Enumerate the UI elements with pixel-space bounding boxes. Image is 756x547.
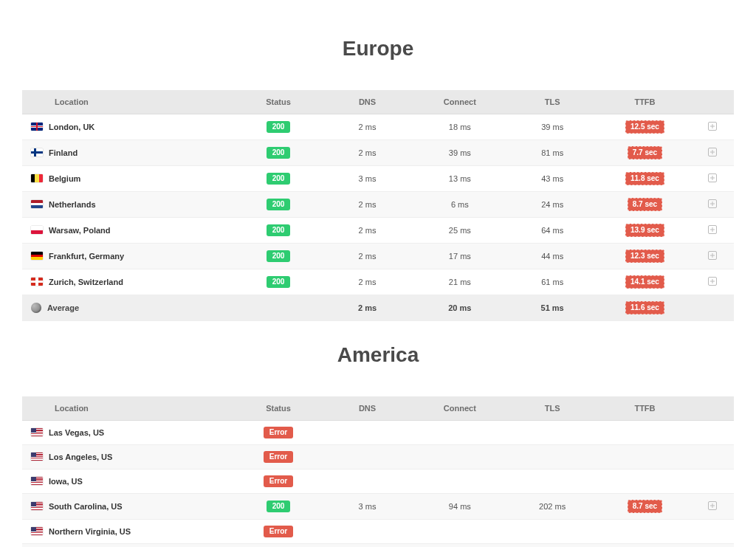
globe-icon [31, 303, 41, 313]
ttfb-cell: 8.7 sec [599, 192, 691, 218]
location-cell: London, UK [22, 114, 236, 140]
connect-cell: 6 ms [413, 192, 506, 218]
expand-icon[interactable] [708, 277, 717, 286]
expand-cell [691, 544, 734, 548]
dns-cell [321, 421, 413, 445]
table-row: Northern Virginia, USError [22, 520, 734, 544]
table-row: Belgium2003 ms13 ms43 ms11.8 sec [22, 166, 734, 192]
expand-icon[interactable] [708, 173, 717, 182]
status-cell: 200 [236, 544, 321, 548]
ttfb-cell [599, 520, 691, 544]
ttfb-cell [599, 421, 691, 445]
status-cell: Error [236, 421, 321, 445]
average-connect-cell: 20 ms [413, 295, 506, 321]
average-tls-cell: 51 ms [506, 295, 599, 321]
ttfb-badge: 12.3 sec [625, 250, 664, 263]
status-cell: 200 [236, 140, 321, 166]
expand-cell [691, 114, 734, 140]
location-label: Warsaw, Poland [49, 226, 111, 235]
ttfb-badge: 13.9 sec [625, 224, 664, 237]
ttfb-cell [599, 445, 691, 469]
connect-cell: 94 ms [413, 494, 506, 520]
table-row: Montreal, Canada2002 ms85 ms187 ms8.7 se… [22, 544, 734, 548]
expand-icon[interactable] [708, 225, 717, 234]
dns-cell: 2 ms [321, 269, 413, 295]
location-label: Netherlands [49, 200, 96, 209]
section-title: Europe [22, 37, 734, 61]
location-cell: Northern Virginia, US [22, 520, 236, 544]
col-header-expand [691, 90, 734, 114]
table-row: Las Vegas, USError [22, 421, 734, 445]
ttfb-cell: 11.8 sec [599, 166, 691, 192]
location-cell: Warsaw, Poland [22, 218, 236, 244]
col-header-tls: TLS [506, 396, 599, 421]
average-status-cell [236, 295, 321, 321]
location-label: Los Angeles, US [49, 453, 112, 461]
location-label: Las Vegas, US [49, 428, 104, 437]
pl-flag-icon [31, 226, 43, 234]
expand-cell [691, 140, 734, 166]
tls-cell: 187 ms [506, 544, 599, 548]
ttfb-badge: 7.7 sec [628, 146, 662, 159]
dns-cell: 3 ms [321, 494, 413, 520]
status-badge-error: Error [264, 526, 293, 537]
nl-flag-icon [31, 200, 43, 208]
col-header-ttfb: TTFB [599, 396, 691, 421]
expand-cell [691, 421, 734, 445]
expand-icon[interactable] [708, 501, 717, 510]
ttfb-cell: 7.7 sec [599, 140, 691, 166]
expand-cell [691, 494, 734, 520]
col-header-status: Status [236, 396, 321, 421]
dns-cell: 2 ms [321, 218, 413, 244]
average-dns-cell: 2 ms [321, 295, 413, 321]
dns-cell: 2 ms [321, 140, 413, 166]
expand-icon[interactable] [708, 148, 717, 156]
expand-cell [691, 445, 734, 469]
status-cell: Error [236, 445, 321, 469]
us-flag-icon [31, 502, 43, 510]
expand-icon[interactable] [708, 199, 717, 208]
expand-cell [691, 244, 734, 269]
tls-cell [506, 445, 599, 469]
status-cell: 200 [236, 192, 321, 218]
location-cell: Finland [22, 140, 236, 166]
table-row: Netherlands2002 ms6 ms24 ms8.7 sec [22, 192, 734, 218]
status-cell: Error [236, 469, 321, 494]
status-cell: 200 [236, 494, 321, 520]
ttfb-cell: 13.9 sec [599, 218, 691, 244]
tls-cell [506, 469, 599, 494]
status-badge-ok: 200 [267, 121, 291, 133]
connect-cell [413, 469, 506, 494]
location-label: Iowa, US [49, 477, 83, 486]
col-header-connect: Connect [413, 90, 506, 114]
expand-icon[interactable] [708, 122, 717, 131]
connect-cell: 39 ms [413, 140, 506, 166]
tls-cell: 44 ms [506, 244, 599, 269]
status-cell: 200 [236, 269, 321, 295]
location-label: South Carolina, US [49, 502, 123, 511]
us-flag-icon [31, 453, 43, 461]
ttfb-badge: 8.7 sec [628, 500, 662, 513]
status-badge-ok: 200 [267, 199, 291, 210]
expand-cell [691, 520, 734, 544]
location-cell: Iowa, US [22, 469, 236, 494]
expand-icon[interactable] [708, 251, 717, 260]
table-row: Finland2002 ms39 ms81 ms7.7 sec [22, 140, 734, 166]
connect-cell: 85 ms [413, 544, 506, 548]
status-badge-ok: 200 [267, 173, 291, 185]
de-flag-icon [31, 252, 43, 260]
ttfb-cell: 12.5 sec [599, 114, 691, 140]
location-cell: Montreal, Canada [22, 544, 236, 548]
col-header-location: Location [22, 396, 236, 421]
col-header-connect: Connect [413, 396, 506, 421]
col-header-tls: TLS [506, 90, 599, 114]
status-cell: 200 [236, 244, 321, 269]
status-cell: 200 [236, 166, 321, 192]
tls-cell: 24 ms [506, 192, 599, 218]
location-cell: South Carolina, US [22, 494, 236, 520]
ttfb-badge: 11.6 sec [625, 301, 664, 314]
dns-cell [321, 445, 413, 469]
expand-cell [691, 269, 734, 295]
status-badge-error: Error [264, 475, 293, 487]
location-label: Finland [49, 148, 78, 157]
